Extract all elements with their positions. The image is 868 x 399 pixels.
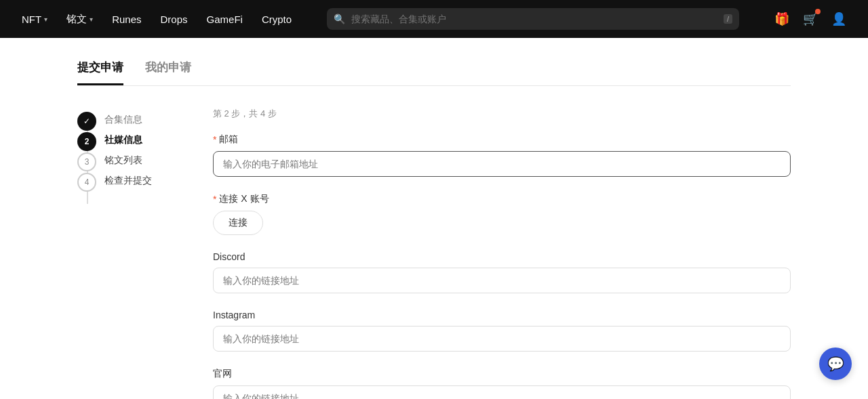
- form-layout: ✓ 合集信息 2 社媒信息 3 铭文列表 4 检查并提交 第 2 步，共 4 步: [77, 108, 791, 399]
- nav-item-crypto[interactable]: Crypto: [262, 14, 292, 25]
- tab-my-applications[interactable]: 我的申请: [145, 60, 191, 85]
- form-area: 第 2 步，共 4 步 * 邮箱 * 连接 X 账号 连接: [213, 108, 791, 399]
- tab-bar: 提交申请 我的申请: [77, 60, 791, 86]
- nav-item-drops[interactable]: Drops: [161, 14, 188, 25]
- field-group-instagram: Instagram: [213, 310, 791, 352]
- step-item-3: 3 铭文列表: [77, 151, 172, 171]
- required-star-x: *: [213, 194, 216, 205]
- field-label-website: 官网: [213, 368, 791, 380]
- instagram-input[interactable]: [213, 326, 791, 352]
- step-label-2: 社媒信息: [104, 131, 142, 147]
- tab-submit[interactable]: 提交申请: [77, 60, 123, 85]
- gift-icon-button[interactable]: 🎁: [774, 12, 789, 26]
- field-label-x-account: * 连接 X 账号: [213, 193, 791, 205]
- field-group-website: 官网: [213, 368, 791, 399]
- nft-chevron-icon: ▾: [44, 16, 47, 23]
- user-icon-button[interactable]: 👤: [831, 12, 846, 26]
- step-circle-2: 2: [77, 132, 96, 151]
- website-input[interactable]: [213, 385, 791, 399]
- chat-fab-button[interactable]: 💬: [819, 348, 852, 380]
- step-label-1: 合集信息: [104, 110, 142, 127]
- discord-input[interactable]: [213, 268, 791, 293]
- field-label-discord: Discord: [213, 251, 791, 262]
- email-input[interactable]: [213, 151, 791, 177]
- field-label-email: * 邮箱: [213, 133, 791, 146]
- nav-item-nft[interactable]: NFT ▾: [22, 14, 47, 25]
- search-container: 🔍 /: [327, 8, 739, 30]
- nav-item-runes[interactable]: Runes: [112, 14, 141, 25]
- field-group-email: * 邮箱: [213, 133, 791, 177]
- step-item-1: ✓ 合集信息: [77, 110, 172, 131]
- field-group-x-account: * 连接 X 账号 连接: [213, 193, 791, 235]
- cart-icon-button[interactable]: 🛒: [803, 12, 818, 26]
- search-shortcut-badge: /: [724, 14, 732, 24]
- connect-x-button[interactable]: 连接: [213, 211, 263, 235]
- nav-icons: 🎁 🛒 👤: [774, 12, 846, 26]
- nav-item-gamefi[interactable]: GameFi: [207, 14, 243, 25]
- field-label-instagram: Instagram: [213, 310, 791, 320]
- search-icon: 🔍: [334, 14, 345, 24]
- cart-badge: [815, 9, 821, 14]
- field-group-discord: Discord: [213, 251, 791, 293]
- step-label-4: 检查并提交: [104, 171, 152, 188]
- step-circle-1: ✓: [77, 112, 96, 131]
- main-content: 提交申请 我的申请 ✓ 合集信息 2 社媒信息 3 铭文列表 4 检查并提交: [61, 38, 807, 399]
- step-circle-4: 4: [77, 173, 96, 192]
- step-circle-3: 3: [77, 152, 96, 171]
- inscription-chevron-icon: ▾: [90, 16, 93, 23]
- step-item-4: 4 检查并提交: [77, 171, 172, 192]
- nav-item-inscription[interactable]: 铭文 ▾: [66, 13, 93, 26]
- step-item-2: 2 社媒信息: [77, 131, 172, 151]
- navbar: NFT ▾ 铭文 ▾ Runes Drops GameFi Crypto 🔍 /…: [0, 0, 868, 38]
- stepper: ✓ 合集信息 2 社媒信息 3 铭文列表 4 检查并提交: [77, 108, 172, 399]
- required-star-email: *: [213, 134, 216, 145]
- search-input[interactable]: [327, 8, 739, 30]
- step-info: 第 2 步，共 4 步: [213, 108, 791, 120]
- step-label-3: 铭文列表: [104, 151, 142, 167]
